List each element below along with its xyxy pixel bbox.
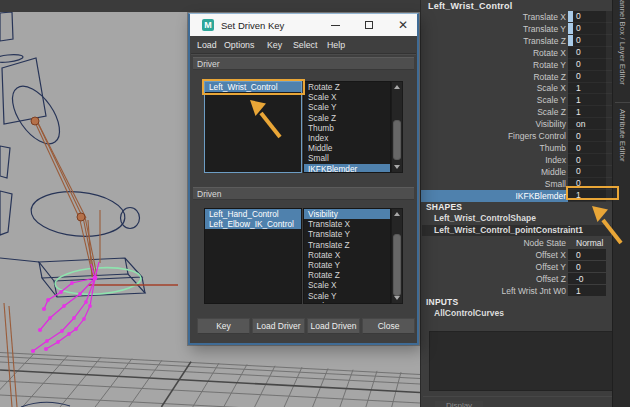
menu-item[interactable]: Load (197, 36, 217, 53)
channel-value-field[interactable]: 0 (568, 71, 606, 83)
driven-attributes-scrollbar[interactable] (391, 208, 403, 304)
scroll-up-icon[interactable] (392, 82, 402, 92)
channel-label: Translate Y (421, 24, 566, 34)
dialog-titlebar[interactable]: M Set Driven Key ✕ (190, 14, 417, 36)
list-item[interactable]: Small (304, 153, 390, 163)
dialog-button[interactable]: Key (197, 318, 250, 334)
channel-value: 0 (576, 130, 581, 141)
list-item[interactable]: Index (304, 133, 390, 143)
scroll-down-icon[interactable] (392, 162, 402, 172)
attr-value-field[interactable] (568, 249, 606, 260)
channel-value-field[interactable]: 1 (568, 83, 606, 95)
channel-value-field[interactable]: 1 (568, 94, 606, 106)
scrollbar-thumb[interactable] (393, 120, 401, 160)
list-item[interactable]: Scale X (304, 280, 390, 290)
shapes-row[interactable]: Left_Wrist_Control_pointConstraint1 (421, 224, 613, 237)
menu-item[interactable]: Help (327, 36, 345, 53)
list-item[interactable]: IKFKBlemder (304, 164, 390, 174)
scroll-down-icon[interactable] (392, 293, 402, 303)
driver-attributes-list[interactable]: Rotate ZScale XScale YScale ZThumbIndexM… (303, 81, 391, 173)
shapes-row[interactable]: Offset X 0 (421, 249, 613, 261)
attr-value: 1 (576, 285, 581, 297)
channel-value-field[interactable]: 0 (568, 130, 606, 142)
list-item[interactable]: Translate X (304, 219, 390, 229)
menu-item[interactable]: Select (293, 36, 317, 53)
list-item[interactable]: Scale Z (304, 113, 390, 123)
tab-display[interactable]: Display (435, 401, 483, 407)
channel-value-field[interactable]: 1 (568, 106, 606, 118)
driven-attributes-list[interactable]: VisibilityTranslate XTranslate YTranslat… (303, 208, 391, 304)
channel-row[interactable]: Rotate Z 0 (421, 71, 613, 83)
list-item[interactable]: Middle (304, 143, 390, 153)
driven-objects-list[interactable]: Left_Hand_ControlLeft_Elbow_IK_Control (204, 208, 302, 304)
channel-row[interactable]: Rotate X 0 (421, 47, 613, 59)
list-item[interactable]: Rotate X (304, 250, 390, 260)
scrollbar-thumb[interactable] (393, 234, 401, 296)
maximize-button[interactable] (358, 14, 380, 36)
minimize-button[interactable] (324, 14, 346, 36)
channel-row[interactable]: Translate Z 0 (421, 35, 613, 47)
channel-value-field[interactable]: on (568, 118, 606, 130)
menu-item[interactable]: Key (267, 36, 282, 53)
panel-bottom-divider (423, 396, 613, 397)
shapes-row[interactable]: Offset Y 0 (421, 261, 613, 273)
dialog-button[interactable]: Load Driver (252, 318, 305, 334)
channel-row[interactable]: Scale Y 1 (421, 94, 613, 106)
list-item[interactable]: Scale X (304, 92, 390, 102)
channel-row[interactable]: Translate X 0 (421, 11, 613, 23)
channel-row[interactable]: Rotate Y 0 (421, 59, 613, 71)
list-item[interactable]: Scale Z (304, 301, 390, 304)
shapes-row[interactable]: Node State Normal (421, 237, 613, 249)
section-header-label: SHAPES (421, 202, 462, 212)
channel-value-field[interactable]: 0 (568, 142, 606, 154)
channel-row[interactable]: Fingers Control 0 (421, 130, 613, 142)
list-item[interactable]: Rotate Z (304, 270, 390, 280)
list-item[interactable]: Scale Y (304, 291, 390, 301)
list-item[interactable]: Left_Hand_Control (205, 209, 301, 219)
attr-value: 0 (576, 261, 581, 273)
channel-value-field[interactable]: 0 (568, 35, 606, 47)
channel-row[interactable]: Translate Y 0 (421, 23, 613, 35)
channel-value-field[interactable]: 0 (568, 47, 606, 59)
channel-value-field[interactable]: 0 (568, 11, 606, 23)
list-item[interactable]: Translate Z (304, 240, 390, 250)
tab-channel-box-layer-editor[interactable]: Channel Box / Layer Editor (618, 0, 627, 85)
scroll-up-icon[interactable] (392, 209, 402, 219)
menu-item[interactable]: Options (224, 36, 254, 53)
attr-value-field[interactable] (568, 273, 606, 284)
shapes-row[interactable]: INPUTS (421, 297, 613, 308)
channel-row[interactable]: Scale X 1 (421, 83, 613, 95)
channel-value-field[interactable]: 0 (568, 59, 606, 71)
list-item[interactable]: Rotate Z (304, 82, 390, 92)
channel-value-field[interactable]: 0 (568, 23, 606, 35)
channel-value: 0 (576, 47, 581, 58)
channel-row[interactable]: Scale Z 1 (421, 106, 613, 118)
shapes-row[interactable]: Offset Z -0 (421, 273, 613, 285)
channel-value-field[interactable]: 0 (568, 154, 606, 166)
shapes-row[interactable]: SHAPES (421, 202, 613, 213)
channel-row[interactable]: Thumb 0 (421, 142, 613, 154)
shapes-row[interactable]: Left Wrist Jnt W0 1 (421, 285, 613, 297)
channel-row[interactable]: Visibility on (421, 118, 613, 130)
attr-label: Offset Y (421, 262, 566, 272)
list-item[interactable]: Translate Y (304, 229, 390, 239)
list-item[interactable]: Left_Elbow_IK_Control (205, 219, 301, 229)
list-item[interactable]: Scale Y (304, 102, 390, 112)
list-item[interactable]: Rotate Y (304, 260, 390, 270)
tab-attribute-editor[interactable]: Attribute Editor (618, 109, 627, 162)
list-item[interactable]: Thumb (304, 123, 390, 133)
close-button[interactable]: ✕ (392, 14, 414, 36)
attr-value-field[interactable] (568, 261, 606, 272)
attr-value-field[interactable] (568, 285, 606, 296)
dialog-button[interactable]: Load Driven (307, 318, 360, 334)
channel-row[interactable]: Index 0 (421, 154, 613, 166)
channel-value: 0 (576, 142, 581, 153)
driver-attributes-scrollbar[interactable] (391, 81, 403, 173)
keyed-channel-marker (568, 11, 573, 22)
dialog-button[interactable]: Close (362, 318, 415, 334)
shapes-row[interactable]: Left_Wrist_ControlShape (421, 213, 613, 225)
channel-value-field[interactable]: 0 (568, 166, 606, 178)
channel-row[interactable]: Middle 0 (421, 166, 613, 178)
list-item[interactable]: Visibility (304, 209, 390, 219)
shapes-row[interactable]: AllControlCurves (421, 307, 613, 319)
